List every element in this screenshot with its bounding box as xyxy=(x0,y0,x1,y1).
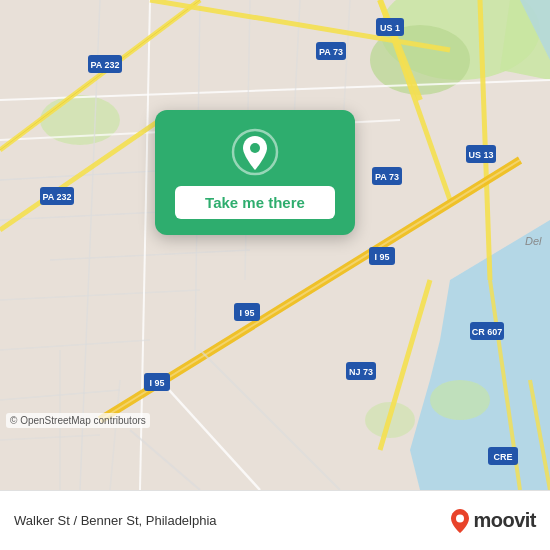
location-pin-icon xyxy=(231,128,279,176)
popup-card: Take me there xyxy=(155,110,355,235)
svg-point-67 xyxy=(250,143,260,153)
svg-text:Del: Del xyxy=(525,235,542,247)
take-me-there-button[interactable]: Take me there xyxy=(175,186,335,219)
svg-text:CRE: CRE xyxy=(493,452,512,462)
svg-text:PA 73: PA 73 xyxy=(319,47,343,57)
svg-text:PA 73: PA 73 xyxy=(375,172,399,182)
svg-text:US 1: US 1 xyxy=(380,23,400,33)
moovit-text: moovit xyxy=(473,509,536,532)
svg-text:CR 607: CR 607 xyxy=(472,327,503,337)
osm-attribution: © OpenStreetMap contributors xyxy=(6,413,150,428)
moovit-logo: moovit xyxy=(449,507,536,535)
svg-point-7 xyxy=(430,380,490,420)
svg-text:I 95: I 95 xyxy=(374,252,389,262)
map-container: US 1 PA 73 PA 232 PA 232 PA 73 US 13 I 9… xyxy=(0,0,550,490)
svg-text:PA 232: PA 232 xyxy=(90,60,119,70)
moovit-logo-pin xyxy=(449,507,471,535)
svg-text:I 95: I 95 xyxy=(239,308,254,318)
svg-text:NJ 73: NJ 73 xyxy=(349,367,373,377)
location-text: Walker St / Benner St, Philadelphia xyxy=(14,513,217,528)
svg-text:I 95: I 95 xyxy=(149,378,164,388)
svg-point-68 xyxy=(456,514,464,522)
svg-text:US 13: US 13 xyxy=(468,150,493,160)
bottom-bar: Walker St / Benner St, Philadelphia moov… xyxy=(0,490,550,550)
svg-text:PA 232: PA 232 xyxy=(42,192,71,202)
